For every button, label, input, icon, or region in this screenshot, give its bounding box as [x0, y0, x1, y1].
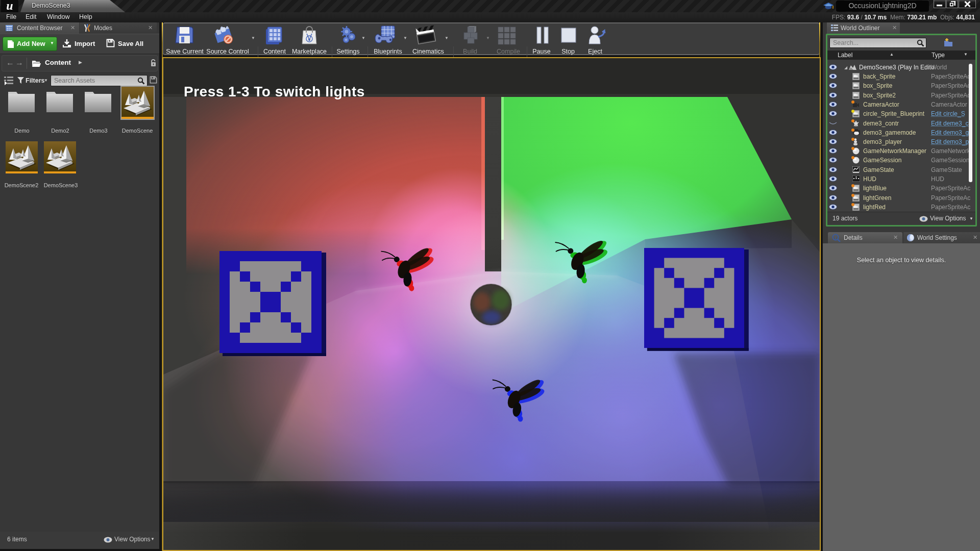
svg-text:u: u: [308, 37, 311, 42]
svg-text:i: i: [835, 235, 837, 240]
